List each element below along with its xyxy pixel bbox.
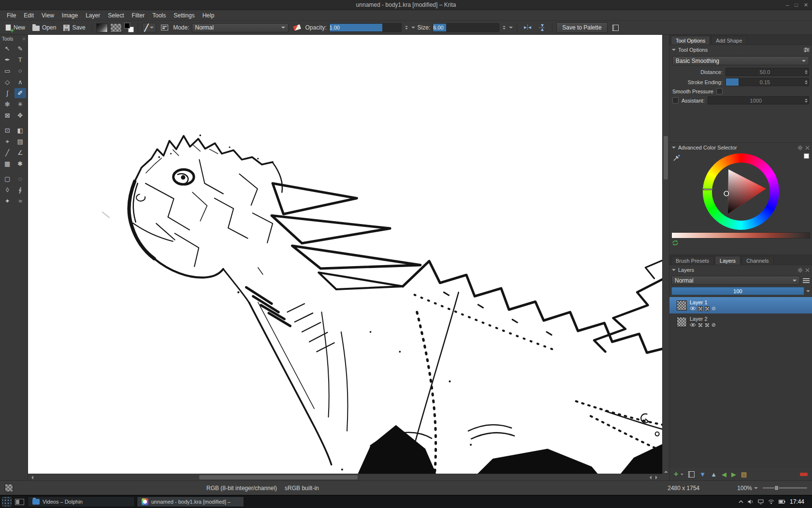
virtual-desktop-pager[interactable] <box>15 499 24 505</box>
application-launcher-icon[interactable] <box>2 497 12 507</box>
layer-visibility-icon[interactable] <box>690 306 696 311</box>
tool-bezier-curve[interactable]: ∫ <box>1 88 13 98</box>
brush-preset-chooser[interactable]: ╱ <box>142 23 156 32</box>
tool-measure[interactable]: ∠ <box>14 148 26 158</box>
opacity-spinner[interactable] <box>404 26 409 30</box>
task-dolphin[interactable]: Videos – Dolphin <box>28 496 135 507</box>
menu-filter[interactable]: Filter <box>128 11 149 20</box>
stroke-ending-field[interactable]: 0.15 <box>725 78 809 86</box>
add-layer-menu-icon[interactable] <box>681 474 683 477</box>
open-button[interactable]: Open <box>30 23 58 32</box>
foreground-color-swatch[interactable] <box>124 23 130 29</box>
layer-thumbnail[interactable] <box>677 317 687 327</box>
close-button[interactable]: ✕ <box>804 2 808 8</box>
zoom-slider[interactable] <box>763 487 807 489</box>
tool-rectangle[interactable]: ▭ <box>1 66 13 76</box>
tool-freehand-selection[interactable]: ∮ <box>14 185 26 195</box>
layer-alpha-icon[interactable] <box>698 323 703 328</box>
menu-layer[interactable]: Layer <box>82 11 104 20</box>
smooth-pressure-checkbox[interactable] <box>716 88 723 94</box>
vertical-scrollbar[interactable] <box>662 35 669 474</box>
tool-multibrush[interactable]: ✳ <box>14 99 26 109</box>
tool-elliptical-selection[interactable]: ◌ <box>14 174 26 184</box>
tool-rectangular-selection[interactable]: ▢ <box>1 174 13 184</box>
layer-properties-button[interactable]: ▤ <box>741 471 747 478</box>
tool-calligraphy[interactable]: ✒ <box>1 55 13 65</box>
new-button[interactable]: New <box>3 23 28 32</box>
tool-dynamic-brush[interactable]: ✻ <box>1 99 13 109</box>
collapse-icon[interactable] <box>672 147 676 150</box>
close-icon[interactable] <box>805 268 810 272</box>
menu-select[interactable]: Select <box>104 11 128 20</box>
horizontal-scrollbar[interactable] <box>28 474 662 480</box>
tab-layers[interactable]: Layers <box>715 256 740 265</box>
gear-icon[interactable] <box>798 268 803 273</box>
tool-transform[interactable]: ⊠ <box>1 110 13 120</box>
tool-polygon[interactable]: ◇ <box>1 77 13 87</box>
assistant-spinner[interactable] <box>804 99 809 103</box>
tool-contiguous-selection[interactable]: ✦ <box>1 196 13 206</box>
task-krita[interactable]: unnamed - body1.kra [modified] – <box>137 496 244 507</box>
wifi-icon[interactable] <box>768 499 774 504</box>
tool-text[interactable]: T <box>14 55 26 65</box>
tool-grid[interactable]: ▦ <box>1 159 13 169</box>
move-layer-down-button[interactable]: ▼ <box>699 471 706 478</box>
layer-alpha-lock-icon[interactable] <box>705 323 710 328</box>
gear-icon[interactable] <box>798 145 803 150</box>
layer-visibility-icon[interactable] <box>690 323 696 327</box>
hue-ring[interactable] <box>703 153 779 230</box>
menu-settings[interactable]: Settings <box>170 11 198 20</box>
size-spinner[interactable] <box>502 26 507 30</box>
scroll-left-icon[interactable] <box>29 476 33 479</box>
canvas[interactable] <box>28 35 669 480</box>
layer-alpha-lock-icon[interactable] <box>705 306 710 311</box>
battery-icon[interactable] <box>779 500 785 504</box>
maximize-button[interactable]: □ <box>795 2 798 8</box>
collapse-icon[interactable] <box>672 269 676 273</box>
assistant-field[interactable]: 1000 <box>708 96 809 105</box>
shade-strip[interactable] <box>671 232 810 239</box>
layer-alpha-icon[interactable] <box>698 306 703 311</box>
scroll-right-icon[interactable] <box>655 476 659 479</box>
tab-tool-options[interactable]: Tool Options <box>671 36 710 45</box>
tab-brush-presets[interactable]: Brush Presets <box>671 256 714 265</box>
foreground-background-colors[interactable] <box>124 23 134 32</box>
save-to-palette-button[interactable]: Save to Palette <box>556 22 607 33</box>
mirror-vertical-button[interactable] <box>536 23 548 32</box>
vertical-scrollbar-thumb[interactable] <box>664 136 668 180</box>
collapse-icon[interactable] <box>672 49 676 53</box>
refresh-icon[interactable] <box>672 240 679 246</box>
horizontal-scrollbar-thumb[interactable] <box>199 475 358 479</box>
tool-crop[interactable]: ⊡ <box>1 125 13 135</box>
mirror-horizontal-button[interactable] <box>521 23 534 32</box>
layer-passthrough-icon[interactable]: ⊘ <box>711 306 715 311</box>
tool-edit-shapes[interactable]: ✎ <box>14 44 26 54</box>
distance-field[interactable]: 50.0 <box>725 68 809 76</box>
gradient-chooser[interactable] <box>96 23 108 32</box>
size-dropdown-icon[interactable] <box>509 27 513 30</box>
add-layer-button[interactable]: + <box>674 470 678 478</box>
delete-layer-button[interactable] <box>800 473 808 476</box>
tool-similar-color-selection[interactable]: ≈ <box>14 196 26 206</box>
tool-move[interactable]: ✥ <box>14 110 26 120</box>
layer-row[interactable]: Layer 2 ⊘ <box>669 314 812 330</box>
tool-polygonal-selection[interactable]: ◊ <box>1 185 13 195</box>
brush-settings-button[interactable] <box>159 24 171 31</box>
opacity-slider[interactable]: 1.00 <box>329 23 402 32</box>
saturation-value-triangle[interactable] <box>712 163 770 221</box>
clock[interactable]: 17:44 <box>790 498 806 505</box>
layer-opacity-dropdown-icon[interactable] <box>806 290 810 294</box>
stroke-ending-spinner[interactable] <box>804 80 809 84</box>
menu-image[interactable]: Image <box>58 11 82 20</box>
distance-spinner[interactable] <box>804 70 809 74</box>
network-icon[interactable] <box>758 499 764 504</box>
tool-ellipse[interactable]: ○ <box>14 66 26 76</box>
toolbox-float-icon[interactable] <box>22 37 26 41</box>
tool-color-sampler[interactable]: ⌖ <box>1 136 13 147</box>
layer-passthrough-icon[interactable]: ⊘ <box>711 323 715 328</box>
tool-fill[interactable]: ◧ <box>14 125 26 135</box>
menu-view[interactable]: View <box>38 11 58 20</box>
menu-file[interactable]: File <box>3 11 20 20</box>
zoom-dropdown-icon[interactable] <box>754 487 758 491</box>
layer-filter-icon[interactable] <box>802 277 810 284</box>
